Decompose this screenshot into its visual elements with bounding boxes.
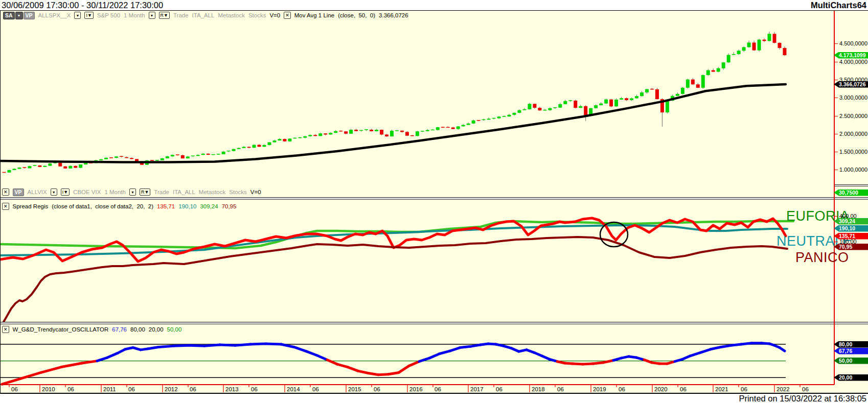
date-range-title: 30/06/2009 17:30:00 - 30/11/2022 17:30:0… bbox=[2, 1, 163, 10]
trade-label: Trade bbox=[173, 12, 189, 19]
time-axis-label: 2014 bbox=[287, 386, 300, 392]
sector-label: Stocks bbox=[229, 188, 247, 196]
upper-level-label: 80,00 bbox=[130, 326, 145, 333]
panico-zone-label: PANICO bbox=[795, 250, 849, 266]
indicator-params-label: (close of data1, close of data2, 20, 2) bbox=[52, 203, 153, 210]
oscillator-value-label: 67,76 bbox=[112, 326, 127, 333]
price-axis-tick bbox=[834, 170, 838, 171]
oscillator-value-tag: 67,76 bbox=[834, 348, 868, 354]
spread-value-label: 135,71 bbox=[157, 203, 175, 210]
toolbar-oscillator: ✕W_G&D_Trendycator_OSCILLATOR67,7680,002… bbox=[2, 325, 185, 334]
time-axis-label: 2013 bbox=[225, 386, 239, 392]
title-bar: 30/06/2009 17:30:00 - 30/11/2022 17:30:0… bbox=[0, 0, 868, 10]
symbol-label: ALLVIX bbox=[28, 188, 47, 196]
resolution-dropdown-icon[interactable]: R▼ bbox=[159, 12, 170, 19]
price-axis-tick bbox=[834, 116, 838, 117]
vp-button[interactable]: VP bbox=[24, 12, 35, 19]
close-icon[interactable]: ✕ bbox=[284, 12, 291, 19]
spread-value-tag: 135,71 bbox=[834, 233, 868, 240]
time-axis-label: 2016 bbox=[409, 386, 423, 392]
axis-splitter[interactable] bbox=[834, 184, 868, 186]
lower-level-tag: 20,00 bbox=[834, 374, 868, 381]
close-icon[interactable]: ✕ bbox=[2, 326, 9, 333]
time-axis-label: 06 bbox=[312, 386, 319, 392]
indicator-name-label: Spread Regis bbox=[13, 203, 49, 210]
vp-button[interactable]: VP bbox=[13, 188, 24, 196]
time-axis-label: 06 bbox=[496, 386, 502, 392]
time-axis-label: 06 bbox=[190, 386, 196, 392]
category-label: ITA_ALL bbox=[192, 12, 215, 19]
indicator-params-label: (close, 50, 0) bbox=[338, 12, 375, 19]
euforia-value-label: 309,24 bbox=[200, 203, 218, 210]
mid-level-label: 50,00 bbox=[167, 326, 182, 333]
time-axis-label: 06 bbox=[67, 386, 74, 392]
time-axis-label: 06 bbox=[128, 386, 135, 392]
time-axis-label: 2018 bbox=[532, 386, 545, 392]
toolbar-sp500: SA▼VPALLSPX__X▼I▼S&P 5001 Month▼R▼TradeI… bbox=[3, 11, 412, 19]
sector-label: Stocks bbox=[248, 12, 266, 19]
panel-splitter[interactable] bbox=[0, 197, 868, 200]
trade-label: Trade bbox=[154, 188, 169, 196]
window-left-border bbox=[0, 11, 1, 393]
sa-button[interactable]: SA bbox=[3, 12, 15, 19]
price-axis-tick-label: 2.000,0000 bbox=[839, 131, 867, 137]
price-axis-tick-label: 2.500,0000 bbox=[839, 113, 867, 119]
volume-label: V=0 bbox=[269, 12, 280, 19]
price-axis-tick-label: 1.000,0000 bbox=[839, 167, 867, 173]
interval-dropdown-icon[interactable]: I▼ bbox=[84, 12, 93, 19]
close-icon[interactable]: ✕ bbox=[2, 188, 9, 196]
dropdown-icon[interactable]: ▼ bbox=[129, 188, 136, 196]
lower-level-label: 20,00 bbox=[149, 326, 164, 333]
vix-last-price-tag: 30,7500 bbox=[834, 189, 868, 196]
time-axis-label: 06 bbox=[619, 386, 625, 392]
indicator-value-label: 3.366,0726 bbox=[379, 12, 408, 19]
time-axis-label: 06 bbox=[741, 386, 747, 392]
price-axis-tick bbox=[834, 152, 838, 153]
toolbar-vix: ✕VPALLVIX▼I▼CBOE VIX1 Month▼R▼TradeITA_A… bbox=[2, 188, 265, 196]
neutrale-band-tag: 190,10 bbox=[834, 225, 868, 232]
resolution-label: 1 Month bbox=[104, 188, 126, 196]
time-axis-line bbox=[0, 384, 834, 385]
time-axis-label: 2012 bbox=[165, 386, 178, 392]
dropdown-icon[interactable]: ▼ bbox=[51, 188, 57, 196]
resolution-dropdown-icon[interactable]: R▼ bbox=[140, 188, 150, 196]
close-icon[interactable]: ✕ bbox=[2, 203, 9, 210]
app-title: MultiCharts64 bbox=[811, 1, 866, 10]
time-axis-label: 2010 bbox=[42, 386, 55, 392]
dropdown-icon[interactable]: ▼ bbox=[149, 12, 155, 19]
time-axis-label: 2017 bbox=[470, 386, 484, 392]
printed-footer: Printed on 15/03/2022 at 16:38:05 bbox=[739, 394, 866, 403]
time-axis-label: 06 bbox=[680, 386, 687, 392]
interval-dropdown-icon[interactable]: I▼ bbox=[61, 188, 70, 196]
time-axis-label: 06 bbox=[251, 386, 258, 392]
sa-dropdown-icon[interactable]: ▼ bbox=[15, 12, 23, 19]
time-axis-label: 06 bbox=[11, 386, 18, 392]
time-axis-label: 2020 bbox=[654, 386, 668, 392]
volume-label: V=0 bbox=[250, 188, 261, 196]
neutrale-value-label: 190,10 bbox=[178, 203, 196, 210]
price-axis-tick-label: 4.000,0000 bbox=[839, 59, 867, 65]
datafeed-label: Metastock bbox=[218, 12, 244, 19]
time-axis-label: 2021 bbox=[715, 386, 728, 392]
mov-avg-tag: 3.366,0726 bbox=[834, 81, 868, 88]
euforia-band-tag: 309,24 bbox=[834, 218, 868, 225]
time-axis-label: 06 bbox=[435, 386, 441, 392]
instrument-label: S&P 500 bbox=[97, 12, 120, 19]
price-axis-tick bbox=[834, 62, 838, 63]
time-axis-label: 06 bbox=[374, 386, 380, 392]
last-price-tag: 4.173,1099 bbox=[834, 52, 868, 59]
price-axis-tick bbox=[834, 98, 838, 99]
mid-level-tag: 50,00 bbox=[834, 358, 868, 364]
indicator-name-label: W_G&D_Trendycator_OSCILLATOR bbox=[13, 326, 109, 333]
dropdown-icon[interactable]: ▼ bbox=[74, 12, 81, 19]
panel-splitter[interactable] bbox=[0, 322, 868, 324]
price-axis-tick-label: 1.500,0000 bbox=[839, 149, 867, 155]
price-axis-line bbox=[834, 11, 835, 385]
price-axis-tick bbox=[834, 43, 838, 44]
panico-value-label: 70,95 bbox=[222, 203, 237, 210]
instrument-label: CBOE VIX bbox=[73, 188, 101, 196]
price-axis-tick bbox=[834, 80, 838, 81]
time-axis-label: 06 bbox=[802, 386, 809, 392]
price-axis-tick bbox=[834, 134, 838, 135]
time-axis-label: 2015 bbox=[348, 386, 361, 392]
